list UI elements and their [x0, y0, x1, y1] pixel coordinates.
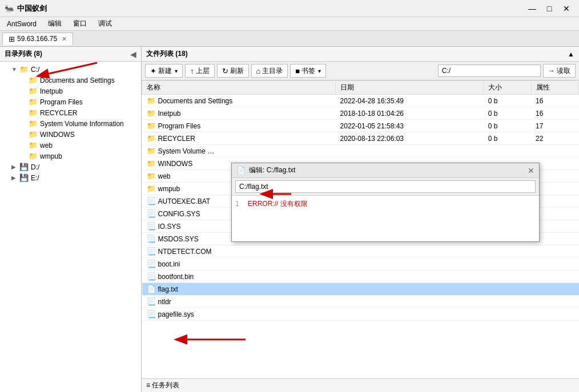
expand-icon-e: ▶ — [11, 175, 19, 181]
cell-attr — [531, 283, 578, 296]
expand-icon-c: ▼ — [11, 66, 19, 72]
path-input[interactable] — [438, 64, 541, 77]
cell-date — [336, 308, 484, 321]
folder-icon-win: 📁 — [29, 130, 38, 139]
app-icon: 🐜 — [5, 4, 14, 13]
tab-label: 59.63.166.75 — [17, 35, 57, 43]
task-list-label[interactable]: ≡ 任务列表 — [146, 381, 179, 390]
tree-item-windows[interactable]: 📁 WINDOWS — [0, 129, 141, 140]
menu-edit[interactable]: 编辑 — [43, 18, 66, 30]
left-panel-title: 目录列表 (8) — [5, 49, 42, 59]
tree-item-inetpub[interactable]: 📁 Inetpub — [0, 86, 141, 96]
title-bar: 🐜 中国蚁剑 — □ ✕ — [0, 0, 579, 17]
doc-icon: 📄 — [147, 285, 156, 293]
expand-icon-d: ▶ — [11, 164, 19, 170]
right-panel-header: 文件列表 (18) ▲ — [142, 47, 579, 62]
cell-date — [336, 245, 484, 258]
tab-close-button[interactable]: ✕ — [62, 35, 67, 43]
cell-attr: 22 — [531, 132, 578, 145]
tree-item-programfiles[interactable]: 📁 Program Files — [0, 96, 141, 107]
menu-bar: AntSword 编辑 窗口 调试 — [0, 17, 579, 31]
tree-item-wmpub[interactable]: 📁 wmpub — [0, 151, 141, 161]
folder-icon-pf: 📁 — [29, 98, 38, 106]
cell-size: 0 b — [484, 107, 531, 120]
menu-antsword[interactable]: AntSword — [2, 19, 41, 29]
cell-attr — [531, 296, 578, 308]
tab-main[interactable]: ⊞ 59.63.166.75 ✕ — [2, 33, 73, 45]
app-title: 中国蚁剑 — [17, 3, 47, 14]
cell-name: 📃NTDETECT.COM — [142, 245, 336, 258]
close-button[interactable]: ✕ — [558, 2, 574, 15]
bookmark-label: 书签 — [301, 66, 315, 76]
editor-file-icon: 📄 — [236, 166, 246, 175]
editor-content: 1 ERROR:// 没有权限 — [232, 196, 539, 241]
tree-label-svi: System Volume Information — [40, 120, 124, 128]
tree-item-web[interactable]: 📁 web — [0, 140, 141, 151]
file-icon: 📃 — [147, 197, 156, 205]
table-row[interactable]: 📃pagefile.sys — [142, 308, 579, 321]
go-button[interactable]: → 读取 — [543, 64, 576, 78]
folder-icon: 📁 — [147, 172, 156, 180]
folder-icon: 📁 — [147, 96, 156, 105]
editor-title: 编辑: C:/flag.txt — [249, 165, 524, 175]
col-date[interactable]: 日期 — [336, 81, 484, 95]
home-button[interactable]: ⌂ 主目录 — [251, 64, 288, 78]
cell-attr — [531, 258, 578, 270]
up-button[interactable]: ↑ 上层 — [185, 64, 215, 78]
col-attr[interactable]: 属性 — [531, 81, 578, 95]
folder-icon: 📁 — [147, 122, 156, 130]
table-row[interactable]: 📃bootfont.bin — [142, 270, 579, 283]
right-panel-collapse[interactable]: ▲ — [568, 50, 574, 58]
tree-label-web: web — [40, 142, 53, 149]
tree-label-win: WINDOWS — [40, 131, 75, 139]
table-row[interactable]: 📃ntldr — [142, 296, 579, 308]
refresh-button[interactable]: ↻ 刷新 — [217, 64, 249, 78]
table-row[interactable]: 📁RECYCLER 2020-08-13 22:06:03 0 b 22 — [142, 132, 579, 145]
col-size[interactable]: 大小 — [484, 81, 531, 95]
tree-item-sysvolinfo[interactable]: 📁 System Volume Information — [0, 118, 141, 129]
left-panel-collapse[interactable]: ◀ — [130, 50, 136, 59]
maximize-button[interactable]: □ — [541, 2, 557, 15]
table-row[interactable]: 📃boot.ini — [142, 258, 579, 270]
tree-item-e[interactable]: ▶ 💾 E:/ — [0, 172, 141, 183]
new-button[interactable]: ✦ 新建 — [145, 64, 183, 78]
up-label: 上层 — [196, 66, 210, 76]
tree-item-recycler[interactable]: 📁 RECYCLER — [0, 107, 141, 118]
table-row[interactable]: 📁Inetpub 2018-10-18 01:04:26 0 b 16 — [142, 107, 579, 120]
cell-name: 📁RECYCLER — [142, 132, 336, 145]
editor-path-input[interactable] — [235, 180, 536, 193]
tree-label-pf: Program Files — [40, 98, 83, 106]
table-row[interactable]: 📁System Volume … — [142, 145, 579, 157]
tree-label-wmpub: wmpub — [40, 152, 62, 160]
folder-icon-rec: 📁 — [29, 108, 38, 117]
editor-close-button[interactable]: ✕ — [528, 166, 534, 175]
path-bar: → 读取 — [438, 64, 576, 78]
tree-item-docs[interactable]: 📁 Documents and Settings — [0, 75, 141, 86]
folder-icon-web: 📁 — [29, 141, 38, 149]
menu-debug[interactable]: 调试 — [94, 18, 116, 30]
cell-attr — [531, 308, 578, 321]
cell-name: 📃ntldr — [142, 296, 336, 308]
col-name[interactable]: 名称 — [142, 81, 336, 95]
cell-date — [336, 296, 484, 308]
cell-date: 2022-01-05 21:58:43 — [336, 120, 484, 132]
table-row[interactable]: 📁Program Files 2022-01-05 21:58:43 0 b 1… — [142, 120, 579, 132]
menu-window[interactable]: 窗口 — [69, 18, 91, 30]
folder-icon-e: 💾 — [19, 173, 29, 182]
cell-name: 📁Inetpub — [142, 107, 336, 120]
minimize-button[interactable]: — — [524, 2, 540, 15]
table-row[interactable]: 📁Documents and Settings 2022-04-28 16:35… — [142, 95, 579, 107]
tree-label-inetpub: Inetpub — [40, 87, 63, 95]
folder-icon: 📁 — [147, 109, 156, 118]
cell-date: 2022-04-28 16:35:49 — [336, 95, 484, 107]
folder-icon-d: 💾 — [19, 163, 29, 171]
folder-icon-wmpub: 📁 — [29, 152, 38, 160]
tree-item-d[interactable]: ▶ 💾 D:/ — [0, 161, 141, 172]
tree-item-c[interactable]: ▼ 📁 C:/ — [0, 64, 141, 75]
cell-size — [484, 145, 531, 157]
table-row[interactable]: 📃NTDETECT.COM — [142, 245, 579, 258]
tree-label-docs: Documents and Settings — [40, 76, 115, 84]
cell-size — [484, 270, 531, 283]
bookmark-button[interactable]: ■ 书签 — [290, 64, 326, 78]
table-row[interactable]: 📄flag.txt — [142, 283, 579, 296]
